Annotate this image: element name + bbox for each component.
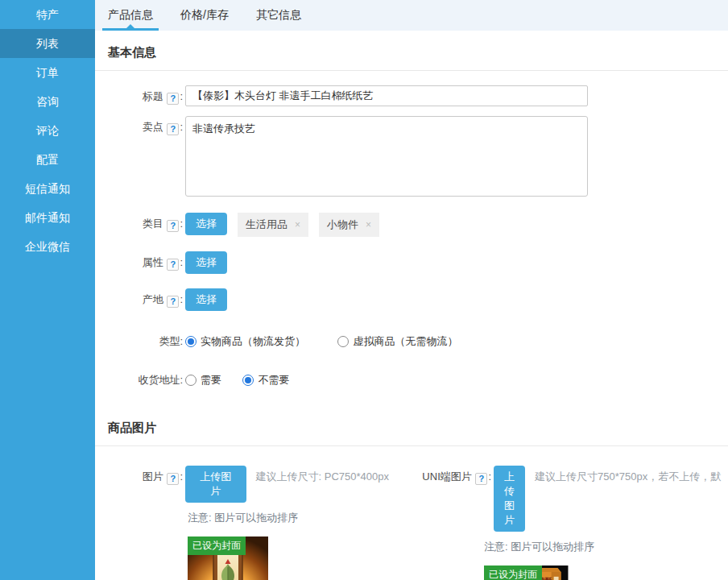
radio-label: 不需要	[258, 369, 289, 392]
sidebar-header-techan[interactable]: 特产	[0, 0, 95, 29]
tag-remove-icon[interactable]: ×	[295, 219, 300, 230]
sidebar-item-list[interactable]: 列表	[0, 29, 95, 58]
radio-icon	[242, 375, 254, 386]
main-panel: 产品信息 价格/库存 其它信息 基本信息 标题 ?: 卖点 ?: 非遗传承技艺	[95, 0, 728, 580]
pc-product-image[interactable]: 已设为封面	[188, 536, 268, 580]
colon: :	[180, 256, 183, 268]
section-basic-info: 基本信息	[95, 31, 728, 71]
uni-product-image[interactable]: 已设为封面 蛋黄酥	[484, 566, 569, 580]
address-label-text: 收货地址	[138, 374, 180, 386]
pc-upload-note: 注意: 图片可以拖动排序	[188, 511, 389, 525]
category-label: 类目 ?:	[95, 213, 185, 235]
pc-image-column: 图片 ?: 上传图片 建议上传尺寸: PC750*400px 注意: 图片可以拖…	[95, 466, 389, 580]
basic-info-form: 标题 ?: 卖点 ?: 非遗传承技艺 类目 ?: 选择	[95, 85, 728, 393]
selling-point-label-text: 卖点	[143, 121, 163, 133]
uni-upload-button[interactable]: 上传图片	[494, 466, 525, 532]
sidebar-item-sms-notify[interactable]: 短信通知	[0, 174, 95, 203]
pc-upload-button[interactable]: 上传图片	[185, 466, 246, 503]
pc-image-help-icon[interactable]: ?	[167, 473, 179, 485]
origin-label-text: 产地	[143, 293, 163, 305]
sidebar-item-wecom[interactable]: 企业微信	[0, 232, 95, 261]
pc-upload-hint: 建议上传尺寸: PC750*400px	[256, 466, 389, 487]
sidebar-item-orders[interactable]: 订单	[0, 58, 95, 87]
sidebar-item-inquiries[interactable]: 咨询	[0, 87, 95, 116]
tab-other-info[interactable]: 其它信息	[256, 0, 301, 31]
category-tag: 生活用品 ×	[238, 213, 308, 237]
tag-remove-icon[interactable]: ×	[366, 219, 371, 230]
type-label: 类型:	[95, 330, 185, 353]
selling-point-help-icon[interactable]: ?	[167, 123, 179, 135]
uni-image-label-text: UNI端图片	[422, 470, 471, 483]
cover-badge: 已设为封面	[484, 566, 542, 580]
attribute-label: 属性 ?:	[95, 251, 185, 274]
pc-image-head: 图片 ?: 上传图片 建议上传尺寸: PC750*400px	[95, 466, 389, 503]
uni-image-head: UNI端图片 ?: 上传图片 建议上传尺寸750*750px，若不上传，默	[389, 466, 683, 532]
radio-virtual-goods[interactable]: 虚拟商品（无需物流）	[337, 330, 457, 353]
category-help-icon[interactable]: ?	[167, 220, 179, 232]
type-options: 实物商品（物流发货） 虚拟商品（无需物流）	[185, 330, 486, 354]
colon: :	[180, 121, 183, 133]
radio-label: 实物商品（物流发货）	[201, 330, 305, 353]
cover-badge: 已设为封面	[188, 536, 246, 555]
category-tag-text: 生活用品	[246, 218, 287, 232]
radio-address-not-required[interactable]: 不需要	[242, 369, 289, 392]
colon: :	[180, 293, 183, 305]
colon: :	[180, 335, 183, 347]
radio-address-required[interactable]: 需要	[185, 369, 221, 392]
colon: :	[180, 90, 183, 102]
uni-upload-note: 注意: 图片可以拖动排序	[484, 540, 683, 554]
radio-label: 需要	[201, 369, 221, 392]
category-row: 类目 ?: 选择 生活用品 × 小物件 ×	[95, 213, 728, 237]
sidebar-item-email-notify[interactable]: 邮件通知	[0, 203, 95, 232]
section-product-images: 商品图片	[95, 406, 728, 446]
colon: :	[488, 470, 491, 483]
title-label-text: 标题	[143, 90, 163, 102]
title-label: 标题 ?:	[95, 85, 185, 108]
address-options: 需要 不需要	[185, 369, 318, 393]
selling-point-textarea[interactable]: 非遗传承技艺	[185, 116, 588, 197]
uni-upload-hint: 建议上传尺寸750*750px，若不上传，默	[535, 466, 721, 487]
type-label-text: 类型	[159, 335, 180, 347]
category-label-text: 类目	[143, 218, 163, 230]
uni-image-help-icon[interactable]: ?	[475, 473, 487, 485]
colon: :	[180, 470, 183, 483]
origin-label: 产地 ?:	[95, 288, 185, 311]
colon: :	[180, 218, 183, 230]
address-label: 收货地址:	[95, 369, 185, 392]
radio-icon	[185, 336, 196, 347]
uni-image-label: UNI端图片 ?:	[389, 466, 494, 488]
type-row: 类型: 实物商品（物流发货） 虚拟商品（无需物流）	[95, 330, 728, 354]
tab-product-info[interactable]: 产品信息	[108, 0, 153, 31]
attribute-select-button[interactable]: 选择	[185, 251, 227, 274]
colon: :	[180, 374, 183, 386]
tab-price-stock[interactable]: 价格/库存	[180, 0, 229, 31]
title-row: 标题 ?:	[95, 85, 728, 108]
image-upload-row: 图片 ?: 上传图片 建议上传尺寸: PC750*400px 注意: 图片可以拖…	[95, 446, 728, 580]
sidebar-item-settings[interactable]: 配置	[0, 145, 95, 174]
radio-label: 虚拟商品（无需物流）	[353, 330, 457, 353]
radio-physical-goods[interactable]: 实物商品（物流发货）	[185, 330, 305, 353]
title-input[interactable]	[185, 85, 588, 106]
origin-select-button[interactable]: 选择	[185, 288, 227, 311]
origin-help-icon[interactable]: ?	[167, 296, 179, 308]
attribute-label-text: 属性	[143, 256, 163, 268]
attribute-row: 属性 ?: 选择	[95, 251, 728, 274]
radio-icon	[185, 375, 196, 386]
tab-bar: 产品信息 价格/库存 其它信息	[95, 0, 728, 31]
category-tag: 小物件 ×	[319, 213, 379, 237]
pc-image-label: 图片 ?:	[95, 466, 185, 488]
category-tag-text: 小物件	[327, 218, 358, 232]
sidebar-item-reviews[interactable]: 评论	[0, 116, 95, 145]
title-help-icon[interactable]: ?	[167, 93, 179, 105]
attribute-help-icon[interactable]: ?	[167, 259, 179, 271]
sidebar: 特产 列表 订单 咨询 评论 配置 短信通知 邮件通知 企业微信	[0, 0, 95, 580]
origin-row: 产地 ?: 选择	[95, 288, 728, 311]
address-row: 收货地址: 需要 不需要	[95, 369, 728, 393]
product-edit-page: 特产 列表 订单 咨询 评论 配置 短信通知 邮件通知 企业微信 产品信息 价格…	[0, 0, 728, 580]
selling-point-label: 卖点 ?:	[95, 116, 185, 139]
uni-image-column: UNI端图片 ?: 上传图片 建议上传尺寸750*750px，若不上传，默 注意…	[389, 466, 683, 580]
pc-image-label-text: 图片	[143, 470, 163, 483]
category-select-button[interactable]: 选择	[185, 213, 227, 235]
selling-point-row: 卖点 ?: 非遗传承技艺	[95, 116, 728, 197]
radio-icon	[337, 336, 349, 347]
